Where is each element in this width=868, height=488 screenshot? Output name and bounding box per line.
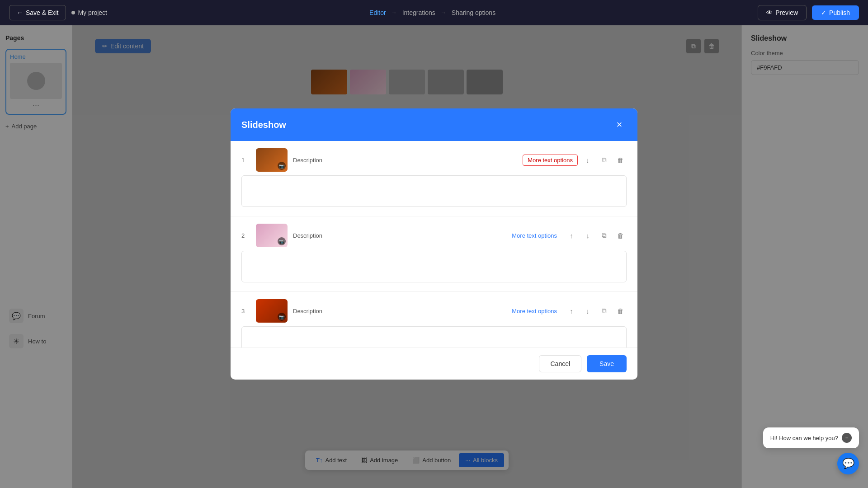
slide-1-header: 1 📷 Description More text options ↓ ⧉ 🗑 (241, 148, 627, 172)
arrow-1: → (392, 9, 397, 16)
publish-label: Publish (829, 9, 850, 16)
slide-1-delete-button[interactable]: 🗑 (614, 154, 627, 166)
modal-header: Slideshow × (231, 108, 637, 141)
nav-right: 👁 Preview ✓ Publish (758, 5, 859, 20)
save-exit-button[interactable]: ← Save & Exit (9, 5, 66, 20)
slide-3-up-button[interactable]: ↑ (565, 305, 578, 317)
arrow-2: → (441, 9, 446, 16)
slide-2-left: 2 📷 Description (241, 224, 322, 247)
top-nav: ← Save & Exit My project Editor → Integr… (0, 0, 868, 25)
cancel-button[interactable]: Cancel (539, 355, 581, 372)
messenger-icon: 💬 (842, 458, 854, 469)
arrow-left-icon: ← (17, 9, 23, 16)
slide-2-up-button[interactable]: ↑ (565, 229, 578, 242)
step-editor[interactable]: Editor (369, 9, 386, 16)
slide-1-textarea[interactable] (241, 175, 627, 207)
slide-1-down-button[interactable]: ↓ (581, 154, 594, 166)
slide-3-right: More text options ↑ ↓ ⧉ 🗑 (507, 305, 627, 317)
project-name: My project (71, 9, 107, 16)
slide-1-left: 1 📷 Description (241, 148, 322, 172)
slide-2-camera-icon: 📷 (278, 237, 286, 245)
slide-1-right: More text options ↓ ⧉ 🗑 (523, 154, 627, 166)
modal-title: Slideshow (241, 120, 286, 130)
slide-3-delete-button[interactable]: 🗑 (614, 305, 627, 317)
save-exit-label: Save & Exit (26, 9, 58, 16)
modal-close-button[interactable]: × (612, 117, 627, 132)
slide-item-3: 3 📷 Description More text options ↑ ↓ ⧉ … (231, 292, 637, 347)
slide-2-thumb[interactable]: 📷 (256, 224, 288, 247)
slide-item-1: 1 📷 Description More text options ↓ ⧉ 🗑 (231, 141, 637, 216)
slide-1-thumb[interactable]: 📷 (256, 148, 288, 172)
chat-open-button[interactable]: 💬 (837, 453, 859, 474)
slide-3-textarea[interactable] (241, 326, 627, 347)
slide-2-header: 2 📷 Description More text options ↑ ↓ ⧉ … (241, 224, 627, 247)
slide-2-number: 2 (241, 232, 250, 239)
slide-3-number: 3 (241, 308, 250, 314)
slide-3-copy-button[interactable]: ⧉ (598, 305, 610, 317)
slide-3-left: 3 📷 Description (241, 299, 322, 323)
nav-left: ← Save & Exit My project (9, 5, 107, 20)
slide-2-textarea[interactable] (241, 251, 627, 282)
step-integrations[interactable]: Integrations (402, 9, 435, 16)
slide-1-more-text-button[interactable]: More text options (523, 155, 578, 166)
slide-item-2: 2 📷 Description More text options ↑ ↓ ⧉ … (231, 216, 637, 292)
slide-1-copy-button[interactable]: ⧉ (598, 154, 610, 166)
slide-2-copy-button[interactable]: ⧉ (598, 229, 610, 242)
check-icon: ✓ (821, 9, 826, 16)
slide-3-down-button[interactable]: ↓ (581, 305, 594, 317)
slide-2-delete-button[interactable]: 🗑 (614, 229, 627, 242)
slideshow-modal: Slideshow × 1 📷 Description More text op… (231, 108, 637, 380)
preview-label: Preview (775, 9, 798, 16)
step-sharing[interactable]: Sharing options (452, 9, 495, 16)
nav-center: Editor → Integrations → Sharing options (369, 9, 495, 16)
chat-message: Hi! How can we help you? (770, 435, 838, 441)
chat-widget: Hi! How can we help you? − 💬 (763, 427, 859, 474)
save-button[interactable]: Save (587, 355, 627, 372)
modal-body: 1 📷 Description More text options ↓ ⧉ 🗑 (231, 141, 637, 347)
project-name-text: My project (78, 9, 107, 16)
slide-1-camera-icon: 📷 (278, 162, 286, 170)
preview-button[interactable]: 👁 Preview (758, 5, 807, 20)
slide-3-desc-label: Description (293, 308, 322, 314)
slide-1-desc-label: Description (293, 157, 322, 164)
slide-2-more-text-button[interactable]: More text options (507, 230, 561, 241)
slide-3-camera-icon: 📷 (278, 313, 286, 321)
chat-close-button[interactable]: − (842, 433, 852, 443)
modal-footer: Cancel Save (231, 347, 637, 380)
publish-button[interactable]: ✓ Publish (812, 5, 859, 20)
slide-1-number: 1 (241, 157, 250, 164)
status-dot (71, 11, 75, 14)
slide-2-down-button[interactable]: ↓ (581, 229, 594, 242)
slide-3-thumb[interactable]: 📷 (256, 299, 288, 323)
slide-2-desc-label: Description (293, 232, 322, 239)
slide-3-more-text-button[interactable]: More text options (507, 306, 561, 316)
slide-3-header: 3 📷 Description More text options ↑ ↓ ⧉ … (241, 299, 627, 323)
eye-icon: 👁 (766, 9, 773, 16)
chat-bubble: Hi! How can we help you? − (763, 427, 859, 448)
slide-2-right: More text options ↑ ↓ ⧉ 🗑 (507, 229, 627, 242)
